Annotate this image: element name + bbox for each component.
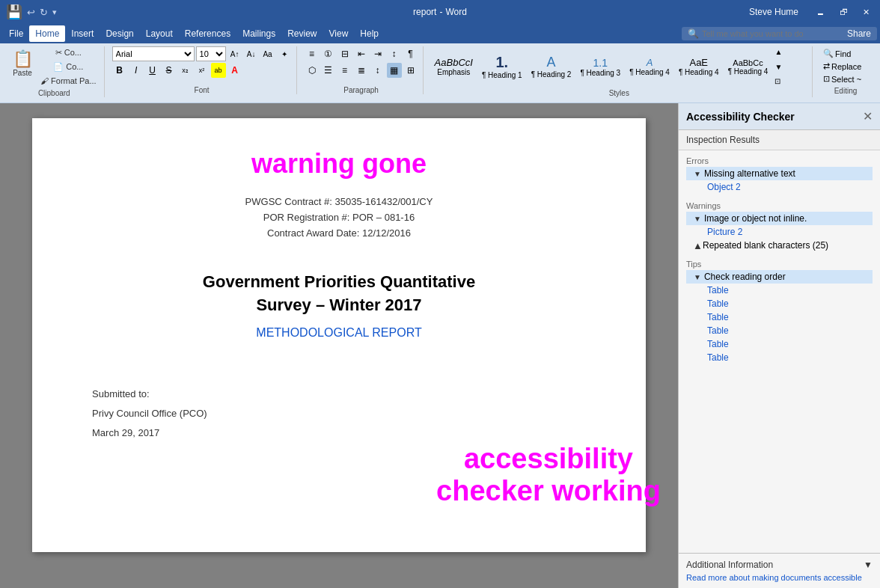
bold-btn[interactable]: B xyxy=(112,63,127,78)
contract-line1: PWGSC Contract #: 35035-161432/001/CY xyxy=(92,195,586,210)
additional-info-collapse[interactable]: ▼ xyxy=(864,560,873,570)
tip-table-6[interactable]: Table xyxy=(686,351,873,364)
warning-label-1: Image or object not inline. xyxy=(704,213,807,224)
menu-review[interactable]: Review xyxy=(281,25,323,42)
additional-info-label: Additional Information xyxy=(686,560,773,570)
outdent-btn[interactable]: ⇤ xyxy=(354,46,369,61)
title-close[interactable]: ✕ xyxy=(858,6,874,19)
cut-btn[interactable]: ✂ Co... xyxy=(37,46,100,59)
menu-view[interactable]: View xyxy=(323,25,355,42)
show-hide-btn[interactable]: ¶ xyxy=(403,46,418,61)
tip-table-3[interactable]: Table xyxy=(686,310,873,324)
tip-reading-order[interactable]: ▼ Check reading order xyxy=(686,270,873,284)
styles-scroll: ▲ ▼ ⊡ xyxy=(774,48,782,85)
menu-layout[interactable]: Layout xyxy=(140,25,179,42)
multilevel-btn[interactable]: ⊟ xyxy=(337,46,352,61)
menu-insert[interactable]: Insert xyxy=(65,25,100,42)
tip-table-5[interactable]: Table xyxy=(686,337,873,351)
doc-page: warning gone PWGSC Contract #: 35035-161… xyxy=(32,118,646,552)
bullets-btn[interactable]: ≡ xyxy=(305,46,320,61)
styles-scroll-up[interactable]: ▲ xyxy=(774,48,782,56)
search-input[interactable] xyxy=(702,29,837,38)
paste-btn[interactable]: 📋 Paste xyxy=(9,46,36,79)
highlight-btn[interactable]: ab xyxy=(211,63,226,78)
redo-btn[interactable]: ↻ xyxy=(40,7,48,18)
format-painter-btn[interactable]: 🖌 Format Pa... xyxy=(37,75,100,87)
error-object2[interactable]: Object 2 xyxy=(686,180,873,194)
change-case-btn[interactable]: Aa xyxy=(260,46,275,61)
menu-mailings[interactable]: Mailings xyxy=(236,25,281,42)
align-center-btn[interactable]: ☰ xyxy=(321,63,336,78)
word-icon: 💾 xyxy=(6,4,22,20)
tip-table-2[interactable]: Table xyxy=(686,297,873,310)
sort-btn[interactable]: ↕ xyxy=(387,46,402,61)
share-btn[interactable]: Share xyxy=(847,28,871,39)
style-emphasis[interactable]: AaBbCcI Emphasis xyxy=(431,48,477,85)
font-size-select[interactable]: 10 xyxy=(196,46,226,61)
tips-section: Tips ▼ Check reading order Table Table T… xyxy=(679,254,880,366)
warning-blank-chars[interactable]: ▶ Repeated blank characters (25) xyxy=(686,239,873,252)
clipboard-label: Clipboard xyxy=(4,89,104,97)
warnings-section: Warnings ▼ Image or object not inline. P… xyxy=(679,195,880,254)
subscript-btn[interactable]: x₂ xyxy=(178,63,193,78)
shrink-font-btn[interactable]: A↓ xyxy=(244,46,259,61)
warnings-heading: Warnings xyxy=(686,198,873,212)
strikethrough-btn[interactable]: S xyxy=(162,63,177,78)
style-normal[interactable]: AaE ¶ Heading 4 xyxy=(675,48,723,85)
error-missing-alt-text[interactable]: ▼ Missing alternative text xyxy=(686,167,873,180)
select-btn[interactable]: ⊡ Select ~ xyxy=(820,73,864,85)
style-heading1[interactable]: 1. ¶ Heading 1 xyxy=(478,48,526,85)
menu-references[interactable]: References xyxy=(179,25,236,42)
undo-btn[interactable]: ↩ xyxy=(27,7,35,18)
checker-panel-close[interactable]: ✕ xyxy=(863,109,873,123)
title-maximize[interactable]: 🗗 xyxy=(835,6,852,18)
menu-design[interactable]: Design xyxy=(100,25,139,42)
grow-font-btn[interactable]: A↑ xyxy=(227,46,242,61)
font-color-btn[interactable]: A xyxy=(227,63,242,78)
warning-picture2[interactable]: Picture 2 xyxy=(686,225,873,239)
find-btn[interactable]: 🔍 Find xyxy=(820,48,864,59)
tip-table-4[interactable]: Table xyxy=(686,324,873,337)
warning-annotation: warning gone xyxy=(92,148,586,180)
accessibility-link[interactable]: Read more about making documents accessi… xyxy=(686,573,873,582)
styles-label: Styles xyxy=(427,89,812,97)
clear-format-btn[interactable]: ✦ xyxy=(277,46,292,61)
shading-btn[interactable]: ▦ xyxy=(387,63,402,78)
title-minimize[interactable]: 🗕 xyxy=(812,6,829,18)
styles-expand[interactable]: ⊡ xyxy=(774,77,782,85)
ribbon: 📋 Paste ✂ Co... 📄 Co... 🖌 Format Pa... C… xyxy=(0,43,880,103)
customize-btn[interactable]: ▾ xyxy=(52,7,57,17)
submitted-to: Submitted to: xyxy=(92,385,586,404)
additional-info-header[interactable]: Additional Information ▼ xyxy=(686,560,873,570)
menu-file[interactable]: File xyxy=(3,25,29,42)
org-name: Privy Council Office (PCO) xyxy=(92,404,586,423)
italic-btn[interactable]: I xyxy=(129,63,144,78)
align-left-btn[interactable]: ⬡ xyxy=(305,63,320,78)
indent-btn[interactable]: ⇥ xyxy=(370,46,385,61)
main-area: warning gone PWGSC Contract #: 35035-161… xyxy=(0,103,880,588)
tip-table-1[interactable]: Table xyxy=(686,284,873,297)
style-heading4[interactable]: A ¶ Heading 4 xyxy=(626,48,673,85)
warning-not-inline[interactable]: ▼ Image or object not inline. xyxy=(686,212,873,225)
style-heading2[interactable]: A ¶ Heading 2 xyxy=(528,48,575,85)
superscript-btn[interactable]: x² xyxy=(195,63,210,78)
menu-help[interactable]: Help xyxy=(354,25,385,42)
borders-btn[interactable]: ⊞ xyxy=(403,63,418,78)
paragraph-row2: ⬡ ☰ ≡ ≣ ↕ ▦ ⊞ xyxy=(305,63,418,78)
justify-btn[interactable]: ≣ xyxy=(354,63,369,78)
numbering-btn[interactable]: ① xyxy=(321,46,336,61)
line-spacing-btn[interactable]: ↕ xyxy=(370,63,385,78)
tip-label: Check reading order xyxy=(704,272,786,282)
contract-line2: POR Registration #: POR – 081-16 xyxy=(92,210,586,226)
align-right-btn[interactable]: ≡ xyxy=(337,63,352,78)
title-bar-left: 💾 ↩ ↻ ▾ xyxy=(6,4,57,20)
menu-home[interactable]: Home xyxy=(29,25,65,42)
style-heading3[interactable]: 1.1 ¶ Heading 3 xyxy=(576,48,624,85)
style-aabbcc[interactable]: AaBbCc ¶ Heading 4 xyxy=(724,48,772,85)
font-family-select[interactable]: Arial xyxy=(112,46,195,61)
copy-btn[interactable]: 📄 Co... xyxy=(37,61,100,73)
replace-btn[interactable]: ⇄ Replace xyxy=(820,61,864,72)
underline-btn[interactable]: U xyxy=(145,63,160,78)
styles-scroll-down[interactable]: ▼ xyxy=(774,63,782,71)
doc-name: report xyxy=(413,7,436,17)
